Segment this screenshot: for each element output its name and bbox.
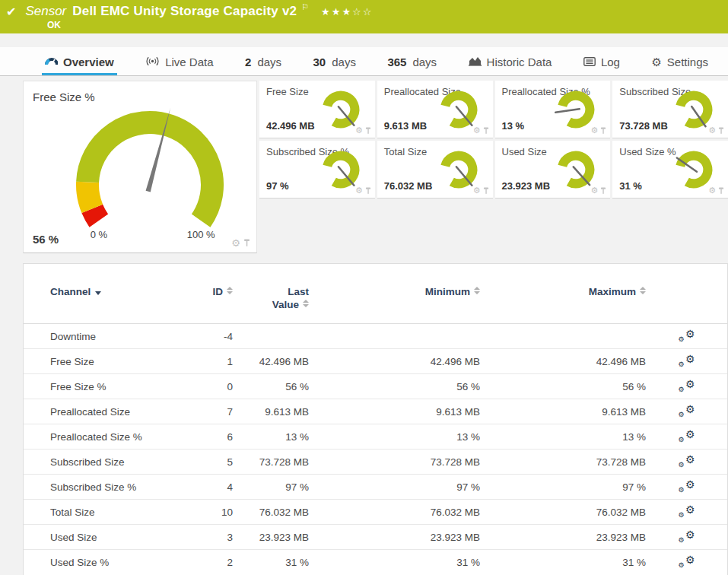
tab-number: 365	[387, 56, 406, 68]
channel-gauge-panel: Free Size 42.496 MB ⚙	[259, 81, 375, 138]
sort-icon	[227, 287, 233, 295]
gear-icon[interactable]: ⚙	[708, 186, 716, 195]
column-header-label: Channel	[50, 286, 91, 297]
tab-overview[interactable]: Overview	[42, 49, 117, 75]
column-header-maximum[interactable]: Maximum	[480, 275, 646, 324]
pin-icon[interactable]	[365, 187, 371, 195]
channel-maximum: 56 %	[480, 374, 646, 399]
channel-maximum: 9.613 MB	[480, 399, 646, 424]
channel-name: Free Size %	[24, 374, 176, 399]
gear-icon: ⚙	[651, 56, 661, 68]
gauge-min-label: 0 %	[91, 229, 107, 240]
channel-settings-icon[interactable]: ⚙⚙	[679, 404, 695, 418]
tab-label: Historic Data	[487, 56, 552, 68]
channel-minimum: 13 %	[309, 424, 480, 450]
live-data-icon	[145, 56, 160, 68]
channel-table: Channel ID Last Value Minimum Maximum	[24, 275, 727, 575]
channel-maximum: 76.032 MB	[480, 500, 646, 525]
channel-table-panel: Channel ID Last Value Minimum Maximum	[23, 263, 728, 575]
channel-gauge-panel: Preallocated Size % 13 % ⚙	[495, 81, 611, 138]
tab-365-days[interactable]: 365 days	[384, 49, 440, 75]
pin-icon[interactable]	[483, 187, 489, 195]
gauge-max-label: 100 %	[187, 229, 215, 240]
sort-icon	[640, 287, 646, 295]
channel-id: 4	[176, 475, 233, 500]
channel-gauge-value: 9.613 MB	[384, 120, 427, 132]
channel-settings-icon[interactable]: ⚙⚙	[679, 479, 695, 493]
channel-settings-icon[interactable]: ⚙⚙	[679, 354, 695, 367]
status-check-icon: ✔	[6, 5, 16, 19]
tab-label: days	[332, 56, 356, 68]
sensor-title: Dell EMC Unity Storage Capacity v2	[72, 4, 297, 19]
pin-icon[interactable]	[718, 187, 724, 195]
pin-icon[interactable]	[600, 187, 606, 195]
pin-icon[interactable]	[600, 127, 606, 135]
channel-last-value: 73.728 MB	[233, 450, 309, 475]
gear-icon[interactable]: ⚙	[231, 238, 240, 248]
tab-log[interactable]: Log	[580, 49, 623, 75]
gear-icon[interactable]: ⚙	[473, 126, 481, 135]
tab-bar: Overview Live Data 2 days 30 days	[0, 47, 728, 76]
tab-historic-data[interactable]: Historic Data	[466, 49, 555, 75]
channel-minimum: 42.496 MB	[309, 349, 480, 374]
channel-last-value: 23.923 MB	[233, 525, 309, 550]
priority-stars[interactable]: ★★★☆☆	[321, 6, 373, 17]
channel-settings-icon[interactable]: ⚙⚙	[679, 329, 695, 342]
pin-icon[interactable]	[365, 127, 371, 135]
tab-label: days	[257, 56, 281, 68]
table-row: Preallocated Size 7 9.613 MB 9.613 MB 9.…	[24, 399, 727, 424]
channel-last-value: 9.613 MB	[233, 399, 309, 424]
channel-settings-icon[interactable]: ⚙⚙	[679, 429, 695, 443]
column-header-label: Maximum	[589, 286, 636, 297]
channel-id: 7	[176, 399, 233, 424]
channel-gauges-grid: Free Size 42.496 MB ⚙ Preallocated Size …	[259, 81, 728, 253]
flag-icon[interactable]: ⚐	[301, 2, 309, 12]
gear-icon[interactable]: ⚙	[355, 126, 363, 135]
channel-settings-icon[interactable]: ⚙⚙	[679, 554, 695, 568]
channel-minimum: 9.613 MB	[309, 399, 480, 424]
gear-icon[interactable]: ⚙	[590, 126, 598, 135]
pin-icon[interactable]	[243, 239, 250, 247]
table-row: Preallocated Size % 6 13 % 13 % 13 % ⚙⚙	[24, 424, 727, 450]
channel-minimum: 76.032 MB	[309, 500, 480, 525]
gear-icon[interactable]: ⚙	[708, 126, 716, 135]
pin-icon[interactable]	[483, 127, 489, 135]
channel-maximum: 31 %	[480, 550, 646, 575]
channel-gauge-title: Used Size %	[619, 146, 676, 157]
gear-icon[interactable]: ⚙	[473, 186, 481, 195]
sort-icon	[474, 287, 480, 295]
channel-last-value: 13 %	[233, 424, 309, 450]
channel-settings-icon[interactable]: ⚙⚙	[679, 454, 695, 468]
channel-gauge-value: 76.032 MB	[384, 180, 433, 192]
gear-icon[interactable]: ⚙	[590, 186, 598, 195]
channel-gauge-title: Used Size	[502, 146, 547, 157]
column-header-channel[interactable]: Channel	[24, 275, 176, 324]
channel-minimum	[309, 324, 480, 349]
gear-icon[interactable]: ⚙	[355, 186, 363, 195]
column-header-last-value[interactable]: Last Value	[233, 275, 309, 324]
channel-settings-icon[interactable]: ⚙⚙	[679, 529, 695, 543]
column-header-minimum[interactable]: Minimum	[309, 275, 480, 324]
channel-name: Preallocated Size	[24, 399, 176, 424]
channel-settings-icon[interactable]: ⚙⚙	[679, 504, 695, 518]
channel-minimum: 73.728 MB	[309, 450, 480, 475]
pin-icon[interactable]	[718, 127, 724, 135]
tab-settings[interactable]: ⚙ Settings	[648, 49, 711, 75]
channel-maximum: 73.728 MB	[480, 450, 646, 475]
channel-last-value: 31 %	[233, 550, 309, 575]
channel-gauge-title: Free Size	[266, 86, 309, 97]
channel-id: 3	[176, 525, 233, 550]
channel-name: Subscribed Size	[24, 450, 176, 475]
tab-2-days[interactable]: 2 days	[242, 49, 285, 75]
column-header-id[interactable]: ID	[176, 275, 233, 324]
channel-maximum: 97 %	[480, 475, 646, 500]
channel-name: Used Size	[24, 525, 176, 550]
tab-live-data[interactable]: Live Data	[142, 49, 216, 75]
channel-gauge-value: 97 %	[266, 180, 289, 192]
channel-last-value: 97 %	[233, 475, 309, 500]
tab-30-days[interactable]: 30 days	[310, 49, 359, 75]
channel-maximum: 42.496 MB	[480, 349, 646, 374]
table-row: Total Size 10 76.032 MB 76.032 MB 76.032…	[24, 500, 727, 525]
channel-settings-icon[interactable]: ⚙⚙	[679, 379, 695, 392]
primary-gauge-value: 56 %	[33, 233, 59, 246]
